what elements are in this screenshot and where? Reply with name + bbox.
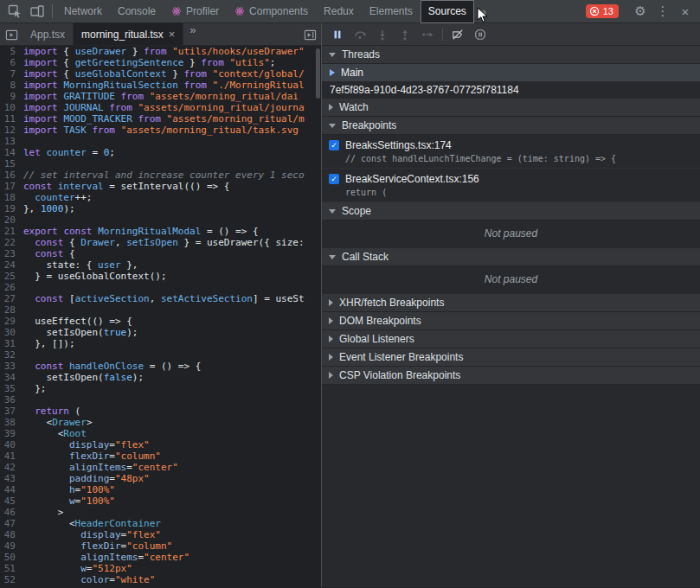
- code-text[interactable]: setIsOpen(true);: [23, 327, 321, 338]
- close-tab-icon[interactable]: ×: [169, 28, 176, 41]
- code-text[interactable]: <Root: [23, 428, 321, 439]
- line-number[interactable]: 21: [0, 226, 23, 237]
- code-text[interactable]: h="100%": [23, 484, 321, 495]
- tab-sources[interactable]: Sources: [421, 0, 474, 23]
- code-text[interactable]: const {: [23, 248, 321, 259]
- line-number[interactable]: 50: [0, 552, 23, 563]
- line-number[interactable]: 15: [0, 158, 23, 169]
- tab-redux[interactable]: Redux: [316, 0, 362, 23]
- code-text[interactable]: color="white": [23, 574, 321, 585]
- show-navigator-icon[interactable]: [0, 23, 22, 46]
- line-number[interactable]: 24: [0, 259, 23, 271]
- tab-network[interactable]: Network: [56, 0, 110, 23]
- line-number[interactable]: 47: [0, 518, 23, 529]
- editor-scrollbar[interactable]: [316, 48, 320, 99]
- line-number[interactable]: 22: [0, 237, 23, 248]
- code-text[interactable]: return (: [23, 406, 321, 417]
- code-text[interactable]: } = useGlobalContext();: [23, 271, 321, 282]
- line-number[interactable]: 46: [0, 507, 23, 518]
- line-number[interactable]: 11: [0, 113, 23, 125]
- watch-section-header[interactable]: Watch: [322, 99, 700, 117]
- line-number[interactable]: 14: [0, 147, 23, 158]
- line-number[interactable]: 40: [0, 439, 23, 451]
- code-text[interactable]: display="flex": [23, 529, 321, 540]
- line-number[interactable]: 10: [0, 102, 23, 113]
- more-options-icon[interactable]: ⋮: [652, 0, 674, 22]
- code-text[interactable]: [23, 282, 321, 293]
- code-text[interactable]: const interval = setInterval(() => {: [23, 181, 321, 192]
- line-number[interactable]: 12: [0, 125, 23, 136]
- pause-on-exceptions-icon[interactable]: [469, 24, 491, 45]
- thread-item-main[interactable]: Main: [322, 64, 700, 81]
- line-number[interactable]: 32: [0, 349, 23, 361]
- section-header-event-listener-breakpoints[interactable]: Event Listener Breakpoints: [322, 348, 700, 367]
- step-out-icon[interactable]: [394, 24, 416, 45]
- code-text[interactable]: counter++;: [23, 192, 321, 203]
- pause-icon[interactable]: [326, 24, 349, 45]
- line-number[interactable]: 20: [0, 214, 23, 226]
- code-text[interactable]: [23, 214, 321, 226]
- line-number[interactable]: 23: [0, 248, 23, 259]
- close-icon[interactable]: ×: [674, 0, 697, 22]
- code-text[interactable]: }, []);: [23, 338, 321, 349]
- line-number[interactable]: 42: [0, 462, 23, 473]
- more-panels-chevron[interactable]: »: [474, 5, 492, 18]
- tab-profiler[interactable]: Profiler: [164, 0, 227, 23]
- settings-gear-icon[interactable]: ⚙: [629, 0, 652, 22]
- step-into-icon[interactable]: [371, 24, 394, 45]
- code-text[interactable]: import JOURNAL from "assets/morning_ritu…: [23, 102, 321, 113]
- line-number[interactable]: 36: [0, 394, 23, 406]
- line-number[interactable]: 28: [0, 304, 23, 316]
- code-text[interactable]: // set interval and increase counter eve…: [23, 169, 321, 181]
- threads-section-header[interactable]: Threads: [322, 46, 700, 64]
- code-text[interactable]: [23, 304, 321, 316]
- code-text[interactable]: w="512px": [23, 563, 321, 574]
- code-text[interactable]: [23, 136, 321, 147]
- line-number[interactable]: 19: [0, 203, 23, 214]
- line-number[interactable]: 18: [0, 192, 23, 203]
- code-text[interactable]: import { useGlobalContext } from "contex…: [23, 68, 321, 80]
- code-text[interactable]: alignItems="center": [23, 552, 321, 563]
- code-text[interactable]: alignItems="center": [23, 462, 321, 473]
- line-number[interactable]: 6: [0, 57, 23, 68]
- line-number[interactable]: 31: [0, 338, 23, 349]
- line-number[interactable]: 26: [0, 282, 23, 293]
- code-text[interactable]: import MOOD_TRACKER from "assets/morning…: [23, 113, 321, 125]
- breakpoint-item[interactable]: ✓BreakServiceContext.tsx:156return (: [322, 169, 700, 202]
- code-text[interactable]: [23, 394, 321, 406]
- code-text[interactable]: >: [23, 507, 321, 518]
- line-number[interactable]: 49: [0, 540, 23, 552]
- line-number[interactable]: 35: [0, 383, 23, 394]
- breakpoints-section-header[interactable]: Breakpoints: [322, 117, 700, 135]
- code-text[interactable]: display="flex": [23, 439, 321, 451]
- section-header-csp-violation-breakpoints[interactable]: CSP Violation Breakpoints: [322, 367, 700, 385]
- code-text[interactable]: useEffect(() => {: [23, 316, 321, 327]
- line-number[interactable]: 13: [0, 136, 23, 147]
- file-tab[interactable]: App.tsx: [22, 23, 74, 45]
- code-text[interactable]: [23, 349, 321, 361]
- code-text[interactable]: <HeaderContainer: [23, 518, 321, 529]
- line-number[interactable]: 44: [0, 484, 23, 495]
- code-text[interactable]: export const MorningRitualModal = () => …: [23, 226, 321, 237]
- line-number[interactable]: 51: [0, 563, 23, 574]
- breakpoint-checkbox[interactable]: ✓: [329, 140, 339, 150]
- section-header-dom-breakpoints[interactable]: DOM Breakpoints: [322, 312, 700, 330]
- code-text[interactable]: const handleOnClose = () => {: [23, 361, 321, 372]
- code-text[interactable]: import { getGreetingSentence } from "uti…: [23, 57, 321, 68]
- section-header-global-listeners[interactable]: Global Listeners: [322, 330, 700, 348]
- code-text[interactable]: [23, 158, 321, 169]
- file-tabs-overflow-chevron[interactable]: »: [183, 23, 202, 45]
- line-number[interactable]: 16: [0, 169, 23, 181]
- line-number[interactable]: 34: [0, 372, 23, 383]
- code-editor[interactable]: 5import { useDrawer } from "utils/hooks/…: [0, 46, 321, 587]
- line-number[interactable]: 9: [0, 91, 23, 102]
- breakpoint-checkbox[interactable]: ✓: [329, 174, 339, 184]
- inspect-icon[interactable]: [3, 0, 26, 22]
- code-text[interactable]: state: { user },: [23, 259, 321, 271]
- code-text[interactable]: };: [23, 383, 321, 394]
- code-text[interactable]: <Drawer>: [23, 417, 321, 428]
- line-number[interactable]: 48: [0, 529, 23, 540]
- code-text[interactable]: const { Drawer, setIsOpen } = useDrawer(…: [23, 237, 321, 248]
- line-number[interactable]: 52: [0, 574, 23, 585]
- line-number[interactable]: 17: [0, 181, 23, 192]
